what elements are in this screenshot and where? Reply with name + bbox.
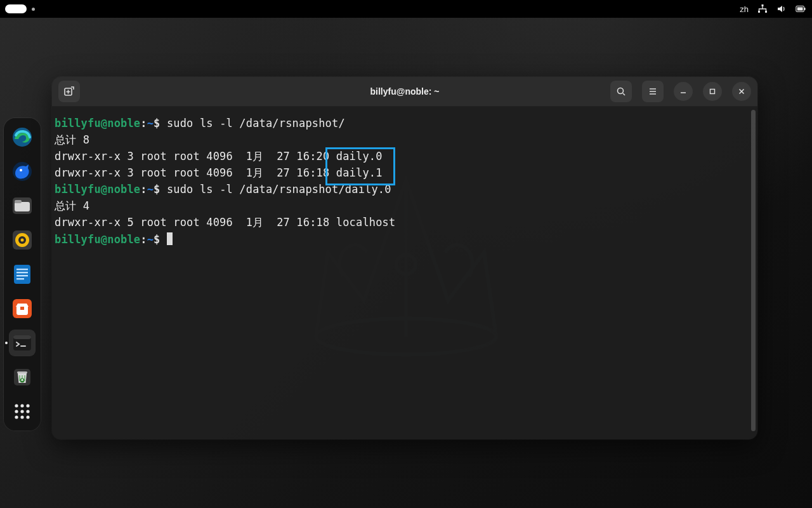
panel-left-cluster[interactable] bbox=[5, 4, 35, 13]
svg-rect-14 bbox=[15, 200, 22, 203]
svg-point-32 bbox=[15, 404, 18, 407]
terminal-titlebar[interactable]: billyfu@noble: ~ bbox=[52, 77, 757, 107]
svg-rect-2 bbox=[765, 11, 767, 13]
terminal-line: billyfu@noble:~$ sudo ls -l /data/rsnaps… bbox=[53, 181, 757, 197]
dock-app-terminal[interactable] bbox=[10, 330, 35, 356]
terminal-line: drwxr-xr-x 3 root root 4096 1月 27 16:20 … bbox=[53, 148, 757, 164]
terminal-line: 总计 8 bbox=[53, 131, 757, 148]
svg-point-40 bbox=[26, 415, 29, 418]
close-button[interactable] bbox=[732, 82, 751, 101]
dock-app-edge[interactable] bbox=[10, 124, 35, 150]
svg-rect-30 bbox=[17, 371, 27, 373]
workspace-dot bbox=[32, 8, 35, 11]
maximize-button[interactable] bbox=[703, 82, 722, 101]
svg-line-45 bbox=[623, 93, 625, 95]
terminal-line: billyfu@noble:~$ bbox=[53, 231, 757, 248]
terminal-cursor bbox=[167, 232, 173, 245]
svg-rect-20 bbox=[16, 269, 28, 270]
new-tab-button[interactable] bbox=[58, 81, 80, 102]
svg-rect-0 bbox=[762, 4, 764, 6]
terminal-line: 总计 4 bbox=[53, 197, 757, 214]
svg-rect-50 bbox=[710, 90, 715, 94]
svg-point-35 bbox=[15, 410, 18, 413]
dock-app-software[interactable] bbox=[10, 296, 35, 321]
dock-app-writer[interactable] bbox=[10, 262, 35, 287]
terminal-scrollbar[interactable] bbox=[751, 110, 756, 431]
search-button[interactable] bbox=[610, 81, 632, 102]
terminal-line: billyfu@noble:~$ sudo ls -l /data/rsnaps… bbox=[53, 115, 757, 131]
hamburger-menu-button[interactable] bbox=[642, 81, 664, 102]
svg-point-38 bbox=[15, 415, 18, 418]
svg-point-33 bbox=[20, 404, 23, 407]
svg-point-18 bbox=[21, 239, 24, 242]
desktop-wallpaper: billyfu@noble: ~ billyfu@noble: bbox=[0, 18, 812, 508]
svg-point-36 bbox=[20, 410, 23, 413]
dock-app-thunderbird[interactable] bbox=[10, 159, 35, 184]
network-icon[interactable] bbox=[757, 4, 768, 14]
svg-rect-13 bbox=[15, 202, 30, 211]
svg-rect-23 bbox=[16, 278, 24, 279]
svg-point-37 bbox=[26, 410, 29, 413]
svg-rect-19 bbox=[14, 265, 30, 284]
svg-rect-21 bbox=[16, 272, 28, 273]
svg-rect-22 bbox=[16, 275, 28, 276]
dock-app-rhythmbox[interactable] bbox=[10, 227, 35, 253]
minimize-button[interactable] bbox=[674, 82, 693, 101]
svg-rect-1 bbox=[758, 11, 760, 13]
svg-point-11 bbox=[20, 169, 22, 171]
activities-pill[interactable] bbox=[5, 4, 27, 13]
panel-right-cluster: zh bbox=[740, 4, 806, 14]
dash-dock bbox=[4, 118, 41, 431]
svg-point-39 bbox=[20, 415, 23, 418]
battery-icon[interactable] bbox=[796, 4, 806, 14]
svg-rect-5 bbox=[804, 8, 806, 10]
svg-point-44 bbox=[618, 88, 624, 94]
svg-rect-27 bbox=[13, 335, 31, 339]
dock-show-apps[interactable] bbox=[10, 399, 35, 424]
svg-point-34 bbox=[26, 404, 29, 407]
terminal-line: drwxr-xr-x 5 root root 4096 1月 27 16:18 … bbox=[53, 214, 757, 231]
terminal-window: billyfu@noble: ~ billyfu@noble: bbox=[52, 77, 757, 439]
volume-icon[interactable] bbox=[776, 4, 787, 14]
terminal-line: drwxr-xr-x 3 root root 4096 1月 27 16:18 … bbox=[53, 164, 757, 181]
terminal-body[interactable]: billyfu@noble:~$ sudo ls -l /data/rsnaps… bbox=[52, 106, 757, 439]
dock-app-files[interactable] bbox=[10, 193, 35, 218]
input-method-indicator[interactable]: zh bbox=[740, 4, 749, 14]
dock-app-trash[interactable] bbox=[10, 364, 35, 390]
dock-running-indicator bbox=[5, 342, 8, 344]
svg-rect-25 bbox=[20, 307, 24, 310]
gnome-top-panel: zh bbox=[0, 0, 812, 18]
svg-rect-4 bbox=[797, 7, 803, 10]
